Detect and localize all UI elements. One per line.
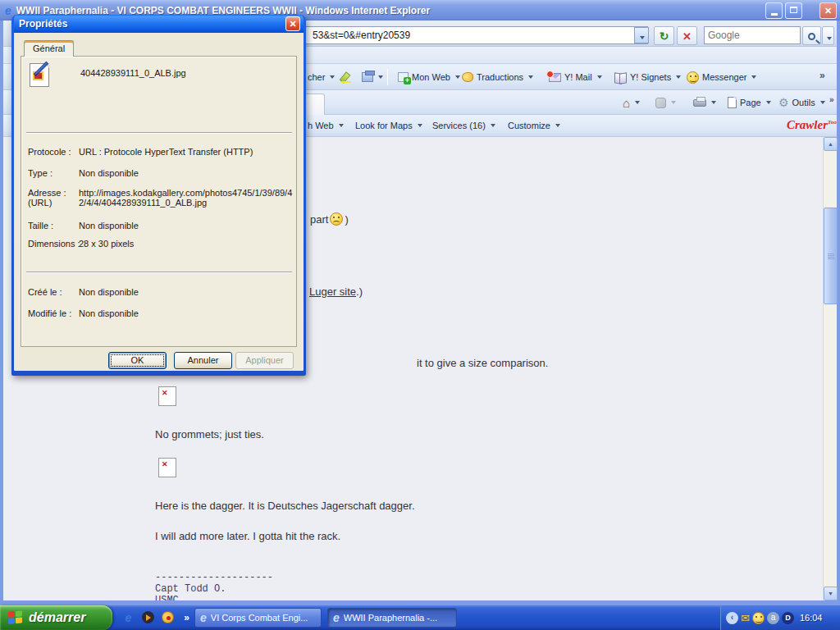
minimize-button[interactable] [765,2,783,19]
dialog-title: Propriétés [19,18,67,30]
window-options-button[interactable] [359,68,386,86]
scroll-up-button[interactable]: ▲ [824,137,838,151]
quicklaunch-ie-icon[interactable]: e [121,611,135,625]
apply-button: Appliquer [235,352,294,369]
chevron-down-icon [378,75,383,79]
look-for-maps-button[interactable]: Look for Maps [353,116,425,135]
signature-name: Capt Todd O. [155,583,226,595]
signature-divider: -------------------- [155,572,273,583]
chevron-down-icon [528,75,533,79]
search-input[interactable] [705,27,800,43]
scroll-down-button[interactable]: ▼ [824,587,838,600]
post-line-later: I will add more later. I gotta hit the r… [155,530,340,542]
post-line-dagger: Here is the dagger. It is Deutsches Jage… [155,500,415,512]
task-button-wwii-paraphernalia[interactable]: e WWII Paraphernalia -... [327,608,457,628]
chevron-down-icon [330,75,335,79]
crawler-logo: CrawlerToolbar [784,116,840,134]
customize-button[interactable]: Customize [505,116,563,135]
field-value-dimensions: 28 x 30 pixels [79,239,294,249]
yahoo-search-button[interactable]: cher [305,68,337,86]
start-button[interactable]: démarrer [0,605,112,630]
ok-button[interactable]: OK [108,352,167,369]
restore-button[interactable] [785,2,802,19]
tray-app-a-icon[interactable]: a [767,612,779,624]
tab-general[interactable]: Général [24,40,74,57]
task-label: WWII Paraphernalia -... [344,613,437,623]
mon-web-icon [398,72,409,82]
stop-icon: ✕ [682,30,692,43]
crawler-search-button[interactable]: h Web [305,116,346,135]
search-box[interactable] [704,26,801,44]
search-go-button[interactable] [802,26,821,45]
yahoo-toolbar-overflow-button[interactable]: » [817,66,828,84]
broken-image-placeholder[interactable] [158,386,176,406]
separator [26,132,292,134]
field-value-address: http://images.kodakgallery.com/photos474… [79,188,294,208]
ymail-icon [549,73,561,82]
windows-flag-icon [8,610,23,625]
toolbar-separator [387,69,388,85]
scrollbar-thumb[interactable] [824,208,838,304]
traductions-button[interactable]: Traductions [459,68,536,86]
ie-window-icon: e [5,5,11,16]
field-label-protocol: Protocole : [28,147,80,157]
field-value-created: Non disponible [79,287,294,297]
yahoo-search-label: cher [308,72,325,82]
tools-menu-button[interactable]: ⚙ Outils [776,94,828,112]
cancel-button[interactable]: Annuler [174,352,232,369]
task-button-vi-corps[interactable]: e VI Corps Combat Engi... [194,608,322,628]
taskbar-clock: 16:04 [800,613,823,623]
dialog-close-button[interactable]: ✕ [285,16,300,31]
ysignets-button[interactable]: Y! Signets [612,68,683,86]
tray-messenger-icon[interactable] [752,612,765,624]
dialog-titlebar[interactable]: Propriétés ✕ [14,15,304,33]
stop-button[interactable]: ✕ [677,26,697,45]
taskbar: démarrer e » e VI Corps Combat Engi... e… [0,605,840,630]
services-button[interactable]: Services (16) [430,116,498,135]
window-frame-right [837,21,840,604]
quicklaunch-app-icon[interactable] [161,611,175,625]
mon-web-button[interactable]: Mon Web [395,68,463,86]
broken-image-placeholder[interactable] [158,458,176,477]
tray-mail-icon[interactable]: ✉ [741,612,750,624]
system-tray: ‹ ✉ a D 16:04 [720,605,840,630]
cascade-windows-icon [362,72,373,82]
tray-collapse-button[interactable]: ‹ [726,612,738,624]
properties-dialog: Propriétés ✕ Général 404428939111_0_ALB.… [11,15,306,376]
image-file-icon [28,62,56,89]
bookmarks-icon [614,73,627,82]
close-button[interactable]: ✕ [819,2,837,19]
home-button[interactable]: ⌂ [620,94,642,112]
tray-app-d-icon[interactable]: D [782,612,794,624]
field-label-modified: Modifié le : [28,308,80,318]
command-bar-overflow-button[interactable]: » [827,90,837,108]
field-value-protocol: URL : Protocole HyperText Transfer (HTTP… [79,147,294,157]
vertical-scrollbar[interactable]: ▲ ▼ [823,137,837,600]
messenger-button[interactable]: Messenger [684,68,759,86]
highlight-button[interactable] [338,68,354,86]
quicklaunch-overflow-button[interactable]: » [180,611,194,625]
address-input[interactable]: 53&st=0&#entry20539 [246,26,648,44]
print-button[interactable] [691,94,719,112]
ymail-button[interactable]: Y! Mail [546,68,605,86]
field-label-type: Type : [28,168,80,178]
luger-site-link[interactable]: Luger site [309,285,356,298]
dialog-body: Général 404428939111_0_ALB.jpg Protocole… [14,33,304,371]
refresh-button[interactable]: ↻ [654,26,674,45]
rss-icon [655,98,666,108]
refresh-icon: ↻ [660,30,669,43]
chevron-down-icon [597,75,602,79]
feeds-button[interactable] [653,94,678,112]
babelfish-icon [462,72,473,82]
crawler-search-label: h Web [308,121,334,130]
gear-icon: ⚙ [778,97,789,108]
chevron-down-icon [751,75,756,79]
search-options-button[interactable] [822,26,834,45]
page-menu-button[interactable]: Page [725,94,774,112]
mon-web-label: Mon Web [412,72,450,82]
post-line-luger: Luger site.) [309,285,363,298]
ymail-label: Y! Mail [564,72,592,82]
quicklaunch-media-icon[interactable] [141,611,155,625]
home-icon: ⌂ [623,97,630,109]
address-dropdown-button[interactable] [634,27,649,43]
